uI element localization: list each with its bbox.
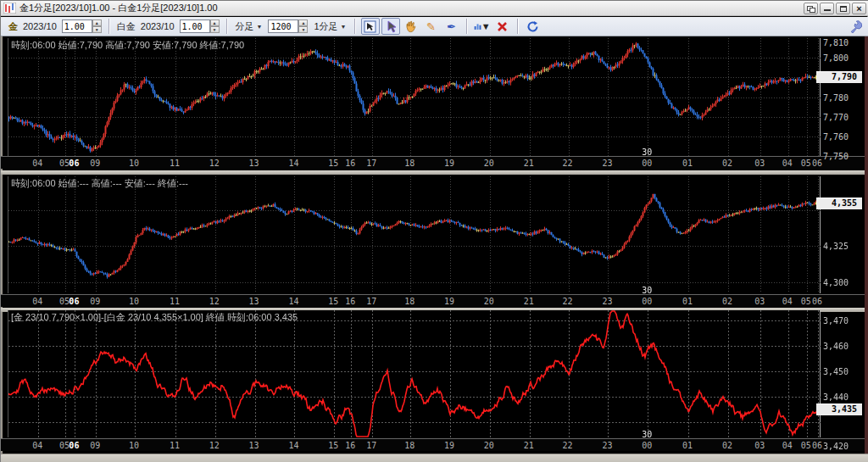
minimize-button[interactable] <box>820 3 834 14</box>
platinum-ratio-down-button[interactable]: ▼ <box>210 26 220 33</box>
time-tick-label: 06 <box>69 297 79 306</box>
time-tick-label: 15 <box>328 441 338 450</box>
time-tick-label: 05 <box>59 297 70 306</box>
time-tick-label: 23 <box>602 441 612 450</box>
refresh-button[interactable] <box>524 18 542 35</box>
chart-region: 時刻:06:00 始値:7,790 高値:7,790 安値:7,790 終値:7… <box>1 36 868 454</box>
spread-price-axis: 3,4703,4603,4503,4403,4203,435 <box>821 310 862 451</box>
close-button[interactable]: × <box>852 3 866 14</box>
time-tick-label: 19 <box>444 297 454 306</box>
time-tick-label: 19 <box>444 159 454 168</box>
platinum-chart-plot[interactable] <box>8 176 821 293</box>
title-bar[interactable]: 金1分足[2023/10]1.00 - 白金1分足[2023/10]1.00 × <box>1 1 868 16</box>
time-tick-label: 01 <box>682 441 693 450</box>
price-tick-label: 3,420 <box>823 442 849 451</box>
interval-dropdown[interactable]: 1分足▼ <box>314 20 346 33</box>
time-tick-label: 11 <box>170 441 180 450</box>
select-frame-button[interactable] <box>361 18 380 35</box>
gold-time-axis: 0405060910111213141516171819202122230001… <box>1 156 865 169</box>
time-tick-label: 04 <box>782 441 793 450</box>
time-tick-label: 23 <box>602 297 612 306</box>
price-tick-label: 3,460 <box>823 342 849 351</box>
bar-chart-icon <box>474 20 481 32</box>
cursor-tool-button[interactable] <box>381 18 400 35</box>
chart-window: 金1分足[2023/10]1.00 - 白金1分足[2023/10]1.00 ×… <box>0 0 868 462</box>
time-tick-label: 22 <box>563 297 573 306</box>
quill-icon: ✒ <box>447 21 456 32</box>
time-tick-label: 12 <box>209 297 220 306</box>
candlestick-chart-icon <box>3 3 16 14</box>
time-tick-label: 17 <box>366 159 376 168</box>
time-tick-label: 14 <box>288 441 298 450</box>
gold-chart-plot[interactable] <box>8 38 821 156</box>
time-tick-label: 00 <box>642 441 652 450</box>
time-tick-label: 09 <box>90 159 100 168</box>
price-tick-label: 7,800 <box>823 53 849 63</box>
price-tick-label: 7,760 <box>823 131 849 141</box>
gold-ratio-down-button[interactable]: ▼ <box>92 26 102 33</box>
quill-tool-button[interactable]: ✒ <box>442 18 461 35</box>
spread-chart-panel: [金 23/10 7,790×1.00]-[白金 23/10 4,355×1.0… <box>8 310 821 437</box>
time-tick-label: 04 <box>32 159 42 168</box>
platinum-ratio-input[interactable] <box>180 19 210 33</box>
gold-label: 金 <box>8 20 18 33</box>
price-tick-label: 3,470 <box>823 316 849 326</box>
current-price-box: 7,790 <box>816 71 862 83</box>
bar-count-up-button[interactable]: ▲ <box>298 19 308 26</box>
time-tick-label: 10 <box>129 159 139 168</box>
time-tick-label: 11 <box>170 159 180 168</box>
time-tick-label: 06 <box>69 441 79 450</box>
price-tick-label: 4,325 <box>823 242 849 251</box>
delete-chart-button[interactable] <box>493 18 512 35</box>
time-tick-label: 02 <box>722 297 732 306</box>
time-tick-label: 21 <box>524 159 534 168</box>
time-tick-label: 12 <box>209 441 220 450</box>
maximize-button[interactable] <box>836 3 850 14</box>
hand-icon <box>404 20 417 33</box>
bar-type-dropdown[interactable]: 分足▼ <box>236 20 263 33</box>
time-tick-label: 05 <box>801 159 811 168</box>
spread-chart-plot[interactable] <box>8 310 821 437</box>
wrench-icon <box>849 19 862 33</box>
chevron-down-icon: ▼ <box>341 24 347 30</box>
time-tick-label: 10 <box>129 297 139 306</box>
current-price-box: 3,435 <box>816 404 862 415</box>
pencil-tool-button[interactable]: ✎ <box>422 18 441 35</box>
time-tick-label: 05 <box>59 159 70 168</box>
gold-ratio-input[interactable] <box>62 19 92 33</box>
window-bottom-edge[interactable] <box>1 454 868 462</box>
platinum-status-line: 時刻:06:00 始値:--- 高値:--- 安値:--- 終値:--- <box>11 177 188 190</box>
time-tick-label: 18 <box>404 441 415 450</box>
window-title: 金1分足[2023/10]1.00 - 白金1分足[2023/10]1.00 <box>19 2 218 14</box>
chevron-down-icon: ▼ <box>481 21 491 31</box>
time-tick-label: 00 <box>642 297 652 306</box>
time-tick-label: 19 <box>444 441 454 450</box>
settings-area[interactable] <box>849 19 862 35</box>
spread-time-axis: 0405060910111213141516171819202122230001… <box>1 438 865 451</box>
platinum-label: 白金 <box>117 20 136 33</box>
platinum-month-label: 2023/10 <box>141 21 175 31</box>
gold-price-axis: 7,8107,8007,7807,7707,7607,7507,790 <box>821 38 862 169</box>
time-tick-label: 14 <box>288 159 298 168</box>
time-tick-label: 03 <box>754 441 765 450</box>
chart-style-button[interactable]: ▼ <box>473 18 492 35</box>
platinum-chart-panel: 時刻:06:00 始値:--- 高値:--- 安値:--- 終値:--- <box>8 176 821 293</box>
time-tick-label: 03 <box>754 159 765 168</box>
platinum-ratio-up-button[interactable]: ▲ <box>210 19 220 26</box>
platinum-time-axis: 0405060910111213141516171819202122230001… <box>1 294 865 307</box>
time-tick-label: 00 <box>642 159 652 168</box>
time-tick-label: 05 <box>59 441 70 450</box>
time-tick-label: 17 <box>366 441 376 450</box>
bar-count-input[interactable] <box>268 19 298 33</box>
price-tick-label: 7,750 <box>823 152 849 161</box>
platinum-price-axis: 4,3254,3004,355 <box>821 176 862 307</box>
time-tick-label: 13 <box>249 441 259 450</box>
gold-ratio-up-button[interactable]: ▲ <box>92 19 102 26</box>
pencil-icon: ✎ <box>426 21 436 32</box>
panel-divider[interactable] <box>1 170 865 175</box>
spread-status-line: [金 23/10 7,790×1.00]-[白金 23/10 4,355×1.0… <box>11 311 298 324</box>
copy-window-button[interactable] <box>804 3 818 14</box>
bar-count-down-button[interactable]: ▼ <box>298 26 308 33</box>
time-tick-label: 20 <box>484 297 494 306</box>
hand-tool-button[interactable] <box>402 18 420 35</box>
